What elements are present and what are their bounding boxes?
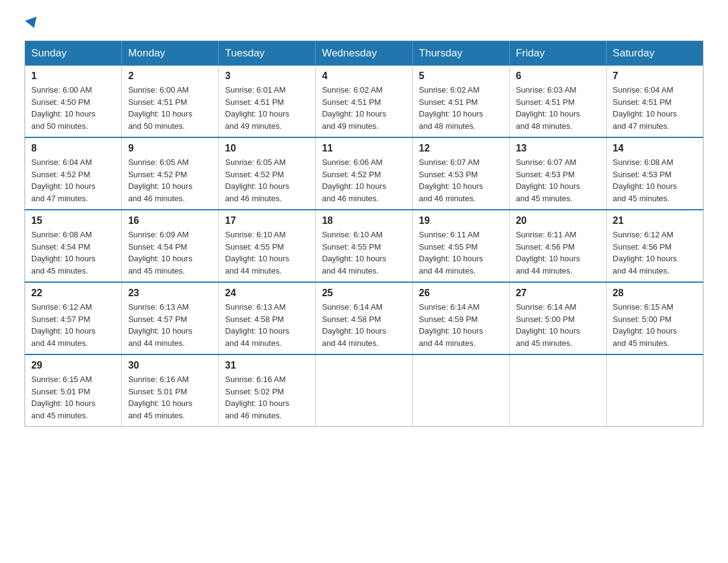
- day-info: Sunrise: 6:06 AMSunset: 4:52 PMDaylight:…: [322, 158, 386, 203]
- calendar-cell: 25 Sunrise: 6:14 AMSunset: 4:58 PMDaylig…: [316, 282, 412, 354]
- day-number: 20: [516, 215, 600, 226]
- calendar-cell: 27 Sunrise: 6:14 AMSunset: 5:00 PMDaylig…: [509, 282, 606, 354]
- calendar-cell: 29 Sunrise: 6:15 AMSunset: 5:01 PMDaylig…: [25, 354, 122, 427]
- calendar-cell: 16 Sunrise: 6:09 AMSunset: 4:54 PMDaylig…: [122, 210, 219, 282]
- calendar-cell: 8 Sunrise: 6:04 AMSunset: 4:52 PMDayligh…: [25, 137, 122, 210]
- calendar-cell: 7 Sunrise: 6:04 AMSunset: 4:51 PMDayligh…: [606, 66, 703, 137]
- day-number: 15: [31, 215, 115, 226]
- calendar-cell: 23 Sunrise: 6:13 AMSunset: 4:57 PMDaylig…: [122, 282, 219, 354]
- day-number: 31: [225, 360, 309, 371]
- weekday-header-friday: Friday: [509, 41, 606, 66]
- day-info: Sunrise: 6:00 AMSunset: 4:51 PMDaylight:…: [128, 85, 192, 131]
- day-number: 10: [225, 143, 309, 154]
- day-info: Sunrise: 6:05 AMSunset: 4:52 PMDaylight:…: [128, 158, 192, 203]
- day-info: Sunrise: 6:13 AMSunset: 4:58 PMDaylight:…: [225, 302, 289, 348]
- day-info: Sunrise: 6:11 AMSunset: 4:56 PMDaylight:…: [516, 230, 580, 275]
- day-info: Sunrise: 6:05 AMSunset: 4:52 PMDaylight:…: [225, 158, 289, 203]
- calendar-cell: 18 Sunrise: 6:10 AMSunset: 4:55 PMDaylig…: [316, 210, 412, 282]
- day-number: 11: [322, 143, 406, 154]
- day-info: Sunrise: 6:04 AMSunset: 4:51 PMDaylight:…: [613, 85, 677, 131]
- day-info: Sunrise: 6:00 AMSunset: 4:50 PMDaylight:…: [31, 85, 96, 131]
- calendar-cell: 26 Sunrise: 6:14 AMSunset: 4:59 PMDaylig…: [412, 282, 509, 354]
- day-number: 14: [613, 143, 697, 154]
- calendar-cell: 3 Sunrise: 6:01 AMSunset: 4:51 PMDayligh…: [219, 66, 316, 137]
- calendar-cell: 20 Sunrise: 6:11 AMSunset: 4:56 PMDaylig…: [509, 210, 606, 282]
- weekday-header-wednesday: Wednesday: [316, 41, 412, 66]
- calendar-cell: 21 Sunrise: 6:12 AMSunset: 4:56 PMDaylig…: [606, 210, 703, 282]
- calendar-cell: 2 Sunrise: 6:00 AMSunset: 4:51 PMDayligh…: [122, 66, 219, 137]
- day-info: Sunrise: 6:12 AMSunset: 4:57 PMDaylight:…: [31, 302, 96, 348]
- day-info: Sunrise: 6:12 AMSunset: 4:56 PMDaylight:…: [613, 230, 677, 275]
- calendar-cell: 28 Sunrise: 6:15 AMSunset: 5:00 PMDaylig…: [606, 282, 703, 354]
- day-number: 19: [419, 215, 503, 226]
- day-info: Sunrise: 6:08 AMSunset: 4:54 PMDaylight:…: [31, 230, 96, 275]
- calendar-cell: 11 Sunrise: 6:06 AMSunset: 4:52 PMDaylig…: [316, 137, 412, 210]
- day-number: 22: [31, 288, 115, 299]
- logo-triangle-icon: [25, 17, 40, 30]
- day-info: Sunrise: 6:16 AMSunset: 5:02 PMDaylight:…: [225, 375, 289, 420]
- calendar-cell: [509, 354, 606, 427]
- day-info: Sunrise: 6:02 AMSunset: 4:51 PMDaylight:…: [322, 85, 386, 131]
- day-number: 5: [419, 71, 503, 82]
- day-number: 8: [31, 143, 115, 154]
- day-number: 17: [225, 215, 309, 226]
- day-number: 1: [31, 71, 115, 82]
- calendar-cell: 10 Sunrise: 6:05 AMSunset: 4:52 PMDaylig…: [219, 137, 316, 210]
- calendar-cell: [412, 354, 509, 427]
- calendar-cell: 24 Sunrise: 6:13 AMSunset: 4:58 PMDaylig…: [219, 282, 316, 354]
- day-info: Sunrise: 6:10 AMSunset: 4:55 PMDaylight:…: [225, 230, 289, 275]
- calendar-cell: 13 Sunrise: 6:07 AMSunset: 4:53 PMDaylig…: [509, 137, 606, 210]
- day-info: Sunrise: 6:03 AMSunset: 4:51 PMDaylight:…: [516, 85, 580, 131]
- day-info: Sunrise: 6:07 AMSunset: 4:53 PMDaylight:…: [419, 158, 483, 203]
- day-info: Sunrise: 6:10 AMSunset: 4:55 PMDaylight:…: [322, 230, 386, 275]
- calendar-week-5: 29 Sunrise: 6:15 AMSunset: 5:01 PMDaylig…: [25, 354, 703, 427]
- day-info: Sunrise: 6:04 AMSunset: 4:52 PMDaylight:…: [31, 158, 96, 203]
- calendar-cell: 14 Sunrise: 6:08 AMSunset: 4:53 PMDaylig…: [606, 137, 703, 210]
- day-info: Sunrise: 6:16 AMSunset: 5:01 PMDaylight:…: [128, 375, 192, 420]
- day-info: Sunrise: 6:15 AMSunset: 5:00 PMDaylight:…: [613, 302, 677, 348]
- day-number: 24: [225, 288, 309, 299]
- day-number: 6: [516, 71, 600, 82]
- calendar-cell: 15 Sunrise: 6:08 AMSunset: 4:54 PMDaylig…: [25, 210, 122, 282]
- weekday-header-tuesday: Tuesday: [219, 41, 316, 66]
- weekday-header-monday: Monday: [122, 41, 219, 66]
- calendar-cell: 6 Sunrise: 6:03 AMSunset: 4:51 PMDayligh…: [509, 66, 606, 137]
- weekday-header-sunday: Sunday: [25, 41, 122, 66]
- calendar-cell: 30 Sunrise: 6:16 AMSunset: 5:01 PMDaylig…: [122, 354, 219, 427]
- day-number: 13: [516, 143, 600, 154]
- day-number: 30: [128, 360, 212, 371]
- calendar-cell: [316, 354, 412, 427]
- day-info: Sunrise: 6:14 AMSunset: 4:59 PMDaylight:…: [419, 302, 483, 348]
- day-number: 2: [128, 71, 212, 82]
- day-info: Sunrise: 6:13 AMSunset: 4:57 PMDaylight:…: [128, 302, 192, 348]
- calendar-cell: 19 Sunrise: 6:11 AMSunset: 4:55 PMDaylig…: [412, 210, 509, 282]
- page-header: [25, 18, 703, 28]
- calendar-week-4: 22 Sunrise: 6:12 AMSunset: 4:57 PMDaylig…: [25, 282, 703, 354]
- day-number: 9: [128, 143, 212, 154]
- day-info: Sunrise: 6:01 AMSunset: 4:51 PMDaylight:…: [225, 85, 289, 131]
- day-number: 29: [31, 360, 115, 371]
- day-info: Sunrise: 6:14 AMSunset: 4:58 PMDaylight:…: [322, 302, 386, 348]
- day-info: Sunrise: 6:14 AMSunset: 5:00 PMDaylight:…: [516, 302, 580, 348]
- calendar-cell: 1 Sunrise: 6:00 AMSunset: 4:50 PMDayligh…: [25, 66, 122, 137]
- calendar-table: SundayMondayTuesdayWednesdayThursdayFrid…: [25, 40, 703, 427]
- weekday-header-saturday: Saturday: [606, 41, 703, 66]
- calendar-week-1: 1 Sunrise: 6:00 AMSunset: 4:50 PMDayligh…: [25, 66, 703, 137]
- calendar-cell: 4 Sunrise: 6:02 AMSunset: 4:51 PMDayligh…: [316, 66, 412, 137]
- weekday-header-row: SundayMondayTuesdayWednesdayThursdayFrid…: [25, 41, 703, 66]
- day-number: 21: [613, 215, 697, 226]
- day-info: Sunrise: 6:11 AMSunset: 4:55 PMDaylight:…: [419, 230, 483, 275]
- day-number: 3: [225, 71, 309, 82]
- day-info: Sunrise: 6:08 AMSunset: 4:53 PMDaylight:…: [613, 158, 677, 203]
- day-number: 25: [322, 288, 406, 299]
- day-number: 4: [322, 71, 406, 82]
- day-info: Sunrise: 6:07 AMSunset: 4:53 PMDaylight:…: [516, 158, 580, 203]
- day-info: Sunrise: 6:09 AMSunset: 4:54 PMDaylight:…: [128, 230, 192, 275]
- calendar-cell: [606, 354, 703, 427]
- day-number: 28: [613, 288, 697, 299]
- day-number: 26: [419, 288, 503, 299]
- day-number: 16: [128, 215, 212, 226]
- day-number: 7: [613, 71, 697, 82]
- day-number: 18: [322, 215, 406, 226]
- calendar-cell: 17 Sunrise: 6:10 AMSunset: 4:55 PMDaylig…: [219, 210, 316, 282]
